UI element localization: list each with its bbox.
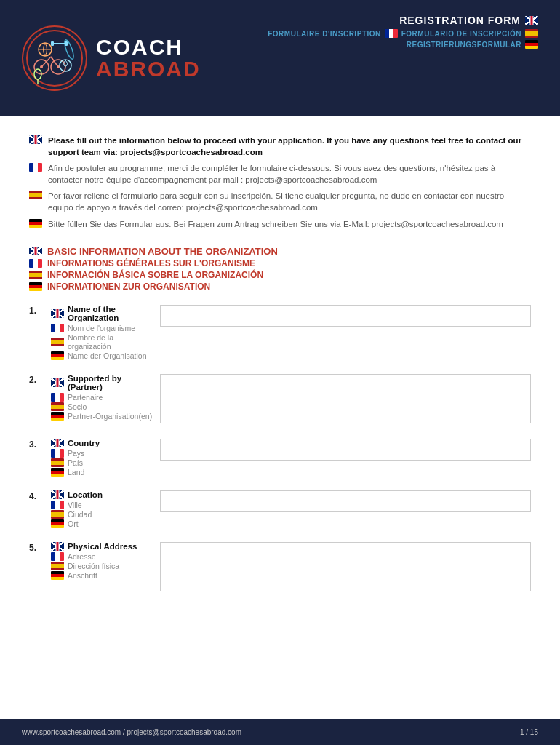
flag-fr-field-4 [51,501,64,509]
intro-section: Please fill out the information below to… [29,135,531,230]
flag-fr-icon [385,29,398,38]
flag-fr-field-5 [51,552,64,561]
flag-uk-field-2 [51,378,64,387]
heading-fr: INFORMATIONS GÉNÉRALES SUR L'ORGANISME [29,258,531,268]
flag-uk-icon [525,16,538,25]
field-label-de-5: Anschrift [51,571,153,580]
flag-uk-heading [29,247,42,255]
flag-de-field-1 [51,351,64,360]
form-textarea-5[interactable] [160,542,531,591]
footer-website: www.sportcoachesabroad.com / projects@sp… [22,728,241,736]
field-label-es-3: País [51,458,153,467]
form-input-3[interactable] [160,439,531,461]
lang-line-fr-es: FORMULAIRE D'INSCRIPTION FORMULARIO DE I… [268,29,538,38]
form-input-1[interactable] [160,305,531,327]
flag-fr-intro [29,163,42,172]
field-labels-4: LocationVilleCiudadOrt [51,490,153,529]
heading-es: INFORMACIÓN BÁSICA SOBRE LA ORGANIZACIÓN [29,270,531,280]
logo-coach: COACH [96,36,201,58]
flag-uk-field-1 [51,309,64,318]
flag-es-icon [525,29,538,38]
field-input-area-5 [160,542,531,594]
field-label-de-3: Land [51,468,153,477]
flag-es-field-5 [51,562,64,570]
flag-fr-field-3 [51,449,64,458]
field-label-de-1: Name der Organisation [51,351,153,360]
field-number-5: 5. [29,542,44,553]
heading-de: INFORMATIONEN ZUR ORGANISATION [29,282,531,292]
flag-de-field-3 [51,468,64,477]
field-label-fr-3: Pays [51,449,153,458]
header-right: REGISTRATION FORM FORMULAIRE D'INSCRIPTI… [268,15,538,51]
logo-abroad: ABROAD [96,58,201,80]
page-footer: www.sportcoachesabroad.com / projects@sp… [0,719,560,745]
lang-text-de: REGISTRIERUNGSFORMULAR [407,41,521,49]
field-labels-5: Physical AddressAdresseDirección físicaA… [51,542,153,581]
flag-fr-heading [29,259,42,268]
flag-de-heading [29,282,42,291]
field-label-en-2: Supported by (Partner) [51,374,153,391]
field-label-en-4: Location [51,490,153,499]
flag-uk-intro [29,135,42,144]
lang-line-de: REGISTRIERUNGSFORMULAR [268,40,538,49]
field-label-fr-1: Nom de l'organisme [51,324,153,332]
flag-es-field-1 [51,338,64,346]
field-input-area-4 [160,490,531,512]
flag-de-field-5 [51,571,64,580]
flag-es-field-3 [51,458,64,467]
field-number-1: 1. [29,305,44,316]
heading-en: BASIC INFORMATION ABOUT THE ORGANIZATION [29,246,531,257]
svg-line-5 [51,57,53,60]
form-input-4[interactable] [160,490,531,512]
lang-text-fr-es: FORMULAIRE D'INSCRIPTION [268,30,381,38]
field-label-fr-2: Partenaire [51,393,153,402]
main-content: Please fill out the information below to… [0,116,560,650]
field-label-en-3: Country [51,439,153,447]
flag-es-field-4 [51,510,64,519]
field-label-fr-4: Ville [51,501,153,509]
svg-rect-15 [65,41,68,46]
logo-area: COACH ABROAD [22,25,201,91]
field-input-area-2 [160,374,531,426]
flag-de-field-4 [51,519,64,528]
flag-uk-field-3 [51,439,64,447]
intro-es: Por favor rellene el formulario para seg… [29,190,531,213]
field-labels-3: CountryPaysPaísLand [51,439,153,477]
field-labels-1: Name of the OrganizationNom de l'organis… [51,305,153,361]
field-label-de-2: Partner-Organisation(en) [51,412,153,421]
form-field-2: 2.Supported by (Partner)PartenaireSocioP… [29,374,531,426]
field-input-area-3 [160,439,531,461]
form-field-5: 5.Physical AddressAdresseDirección físic… [29,542,531,594]
field-label-es-5: Dirección física [51,562,153,570]
field-label-es-2: Socio [51,402,153,411]
section-heading: BASIC INFORMATION ABOUT THE ORGANIZATION… [29,246,531,292]
flag-uk-field-5 [51,542,64,551]
lang-text-es: FORMULARIO DE INSCRIPCIÓN [401,30,521,38]
field-number-4: 4. [29,490,44,501]
flag-uk-field-4 [51,490,64,499]
field-label-en-1: Name of the Organization [51,305,153,322]
flag-fr-field-2 [51,393,64,402]
field-label-es-4: Ciudad [51,510,153,519]
flag-fr-field-1 [51,324,64,332]
svg-line-3 [41,57,51,67]
flag-de-intro [29,219,42,228]
field-number-2: 2. [29,374,44,385]
intro-fr: Afin de postuler au programme, merci de … [29,162,531,186]
page-header: COACH ABROAD REGISTRATION FORM FORMULAIR… [0,0,560,116]
flag-de-icon [525,40,538,49]
flag-es-heading [29,271,42,279]
form-textarea-2[interactable] [160,374,531,423]
intro-de: Bitte füllen Sie das Formular aus. Bei F… [29,218,531,230]
field-label-en-5: Physical Address [51,542,153,551]
intro-en: Please fill out the information below to… [29,135,531,158]
reg-form-title: REGISTRATION FORM [399,15,521,26]
form-fields-container: 1.Name of the OrganizationNom de l'organ… [29,305,531,594]
footer-page: 1 / 15 [520,728,538,736]
field-input-area-1 [160,305,531,327]
field-label-es-1: Nombre de la organización [51,333,153,351]
field-label-de-4: Ort [51,519,153,528]
logo-circle [22,25,87,91]
flag-es-field-2 [51,402,64,411]
form-field-4: 4.LocationVilleCiudadOrt [29,490,531,529]
